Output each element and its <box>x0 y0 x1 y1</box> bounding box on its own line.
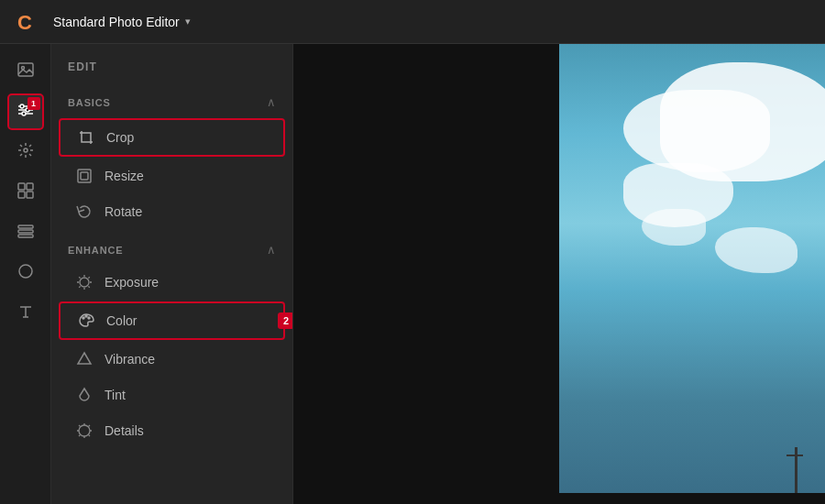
grid-icon <box>16 181 35 204</box>
svg-line-39 <box>79 286 80 287</box>
color-icon <box>77 312 95 329</box>
rotate-menu-item[interactable]: Rotate <box>59 194 285 229</box>
svg-rect-24 <box>18 235 33 237</box>
rotate-icon <box>75 203 94 220</box>
cloud-4 <box>715 227 798 273</box>
enhance-collapse-icon[interactable]: ∧ <box>267 243 276 257</box>
svg-rect-29 <box>78 170 91 182</box>
basics-collapse-icon[interactable]: ∧ <box>267 95 276 109</box>
basics-label: BASICS <box>68 97 111 108</box>
cloud-2 <box>623 90 770 172</box>
svg-point-17 <box>24 148 28 152</box>
frame-tool-button[interactable] <box>7 255 44 291</box>
layers-icon <box>16 222 35 245</box>
canvas-area <box>293 44 825 504</box>
svg-point-40 <box>82 317 84 319</box>
app-logo: C <box>13 8 40 36</box>
svg-line-13 <box>20 145 22 147</box>
svg-rect-19 <box>27 183 33 190</box>
crop-menu-item[interactable]: Crop <box>59 118 285 157</box>
exposure-icon <box>75 274 94 290</box>
svg-point-42 <box>88 317 90 319</box>
color-label: Color <box>106 313 137 328</box>
image-tool-button[interactable] <box>7 53 44 90</box>
svg-rect-22 <box>18 225 33 228</box>
svg-rect-21 <box>27 192 33 198</box>
oval-icon <box>16 262 35 285</box>
tint-menu-item[interactable]: Tint <box>59 378 285 412</box>
photo-preview <box>559 44 825 493</box>
resize-menu-item[interactable]: Resize <box>59 159 285 193</box>
svg-point-8 <box>22 112 26 115</box>
svg-point-2 <box>21 66 24 69</box>
svg-rect-20 <box>18 192 25 198</box>
exposure-menu-item[interactable]: Exposure <box>59 265 285 300</box>
details-label: Details <box>104 423 144 438</box>
edit-tool-button[interactable]: 1 <box>7 93 44 130</box>
pole-arm <box>786 455 803 456</box>
vibrance-menu-item[interactable]: Vibrance <box>59 342 285 377</box>
topbar: C Standard Photo Editor ▾ <box>0 0 825 44</box>
magic-tool-button[interactable] <box>7 134 44 170</box>
svg-line-38 <box>88 277 89 278</box>
grid-tool-button[interactable] <box>7 174 44 211</box>
vibrance-icon <box>75 351 94 367</box>
sidebar-panel: EDIT BASICS ∧ Crop <box>51 44 293 504</box>
svg-marker-43 <box>78 353 91 364</box>
svg-line-51 <box>89 425 90 426</box>
resize-label: Resize <box>104 169 144 183</box>
resize-icon <box>75 168 94 184</box>
magic-wand-icon <box>16 141 35 164</box>
image-icon <box>16 60 35 83</box>
cloud-5 <box>642 209 706 246</box>
icon-bar: 1 <box>0 44 51 504</box>
svg-line-14 <box>29 154 31 156</box>
tint-icon <box>75 387 94 403</box>
svg-line-52 <box>79 435 80 436</box>
svg-point-44 <box>79 425 90 436</box>
crop-label: Crop <box>106 130 134 145</box>
svg-text:C: C <box>17 11 32 34</box>
annotation-1-badge: 1 <box>28 97 40 110</box>
enhance-section-header: ENHANCE ∧ <box>51 230 292 264</box>
editor-title-dropdown[interactable]: Standard Photo Editor ▾ <box>53 15 191 29</box>
basics-section-header: BASICS ∧ <box>51 82 292 116</box>
svg-line-50 <box>89 435 90 436</box>
crop-icon <box>77 129 95 146</box>
text-icon <box>16 302 35 325</box>
chevron-down-icon: ▾ <box>185 16 191 27</box>
rotate-label: Rotate <box>104 204 142 219</box>
text-tool-button[interactable] <box>7 295 44 332</box>
svg-rect-23 <box>18 230 33 233</box>
exposure-label: Exposure <box>104 275 159 290</box>
main-layout: 1 <box>0 44 825 504</box>
svg-line-15 <box>29 145 31 147</box>
crop-item-wrapper: Crop <box>59 118 285 157</box>
vibrance-label: Vibrance <box>104 352 155 367</box>
svg-rect-30 <box>81 172 88 180</box>
edit-section-label: EDIT <box>51 48 292 82</box>
editor-title: Standard Photo Editor <box>53 15 180 29</box>
svg-rect-1 <box>18 63 33 76</box>
svg-line-49 <box>79 425 80 426</box>
svg-line-37 <box>88 286 89 287</box>
enhance-label: ENHANCE <box>68 245 124 256</box>
svg-point-41 <box>85 315 87 317</box>
color-item-wrapper: Color 2 <box>59 301 285 340</box>
photo-background <box>559 44 825 493</box>
svg-line-16 <box>20 154 22 156</box>
svg-point-31 <box>80 278 89 287</box>
layers-tool-button[interactable] <box>7 214 44 251</box>
svg-point-25 <box>19 265 32 278</box>
color-menu-item[interactable]: Color <box>59 301 285 340</box>
tint-label: Tint <box>104 388 126 402</box>
svg-point-6 <box>20 104 24 108</box>
svg-line-36 <box>79 277 80 278</box>
details-icon <box>75 422 94 439</box>
svg-rect-18 <box>18 183 25 190</box>
details-menu-item[interactable]: Details <box>59 413 285 448</box>
